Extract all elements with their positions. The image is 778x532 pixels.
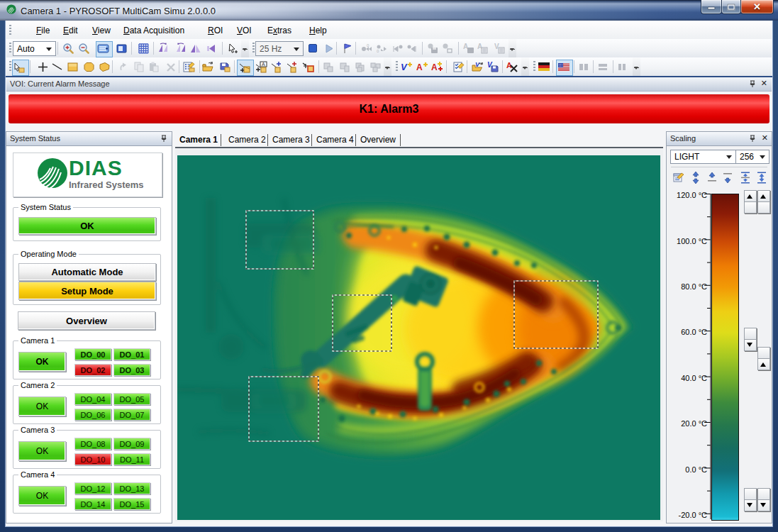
svg-text:V: V [401,62,408,72]
svg-text:A: A [262,62,265,67]
svg-text:A: A [431,62,438,72]
svg-text:0: 0 [377,49,379,53]
svg-text:0: 0 [367,43,369,48]
svg-text:A: A [416,62,423,72]
svg-text:V: V [475,61,480,68]
